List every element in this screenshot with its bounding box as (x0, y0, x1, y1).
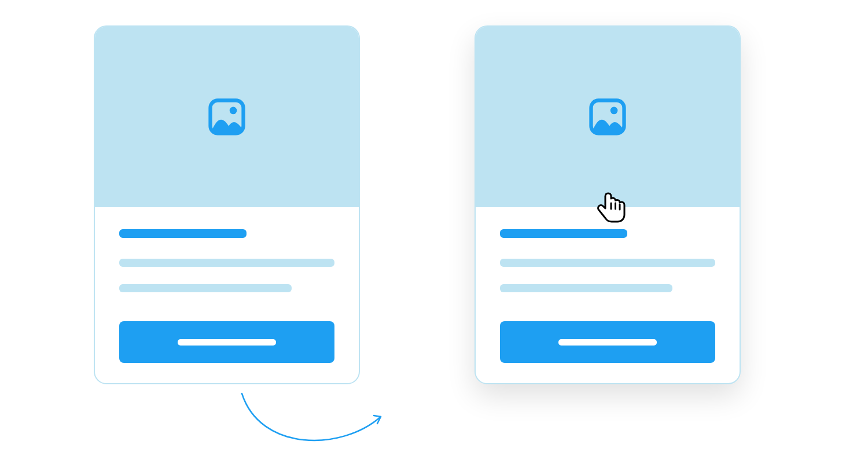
card-cta-button[interactable] (500, 321, 715, 363)
image-icon (205, 95, 249, 139)
text-line-placeholder (500, 284, 672, 292)
text-line-placeholder (119, 259, 334, 267)
card-cta-button[interactable] (119, 321, 334, 363)
card-body (95, 207, 359, 377)
text-line-placeholder (500, 259, 715, 267)
image-icon (586, 95, 630, 139)
svg-point-3 (610, 107, 618, 115)
card-image-area (95, 27, 359, 207)
svg-point-1 (230, 107, 237, 115)
title-placeholder (500, 229, 627, 238)
button-label-placeholder (558, 339, 657, 346)
card-image-area (476, 27, 740, 207)
transition-arrow-icon (237, 388, 388, 457)
text-line-placeholder (119, 284, 292, 292)
card-default[interactable] (94, 25, 360, 384)
title-placeholder (119, 229, 247, 238)
card-body (476, 207, 740, 377)
card-hover[interactable] (475, 25, 741, 384)
button-label-placeholder (178, 339, 276, 346)
